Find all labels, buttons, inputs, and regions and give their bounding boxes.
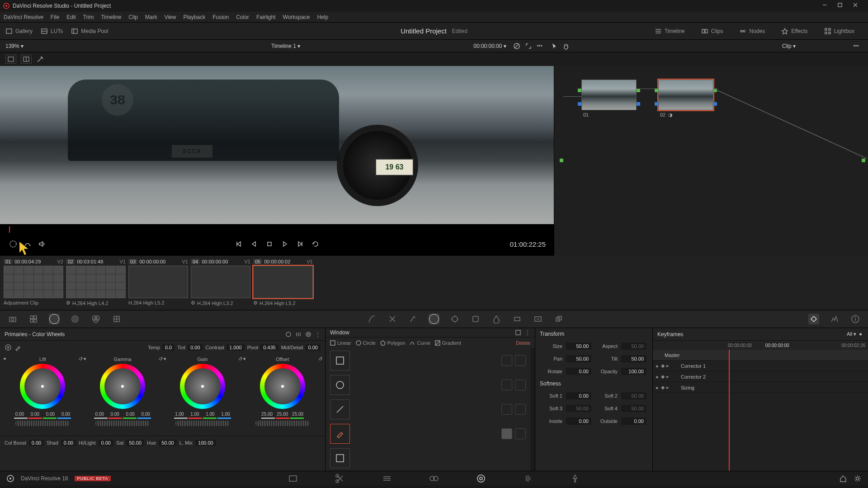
magicmask-icon[interactable] [470,314,481,324]
more-icon[interactable]: ••• [537,43,542,49]
speaker-icon[interactable] [37,239,47,249]
window-gradient-button[interactable]: Gradient [435,340,461,346]
keyframe-track-master[interactable]: Master [665,352,680,358]
curves-icon[interactable] [366,314,377,324]
loop-playback-icon[interactable] [311,239,321,249]
keyframe-playhead[interactable] [729,350,730,471]
window-maximize-button[interactable] [835,1,850,10]
window-circle-button[interactable]: Circle [356,340,376,346]
more-icon[interactable]: ••• [853,43,859,49]
page-edit-icon[interactable] [382,473,392,484]
window-row-circle[interactable] [330,375,526,395]
zoom-value[interactable]: 139% ▾ [5,43,24,49]
menu-item[interactable]: Timeline [101,14,121,20]
play-icon[interactable] [280,239,290,249]
colorchecker-icon[interactable] [28,314,39,324]
mediapool-button[interactable]: Media Pool [71,28,108,35]
color-wheel-offset[interactable]: ✦Offset↺ 25.0025.0025.00 [242,356,322,434]
param-value[interactable]: 50.00 [566,343,591,350]
param-value[interactable]: 50.00 [621,392,646,399]
param-value[interactable]: 0.00 [621,418,646,425]
wheel-mode-icon[interactable] [285,331,292,338]
motion-effects-icon[interactable] [111,314,122,324]
menu-item[interactable]: Workspace [283,14,310,20]
page-color-icon[interactable] [476,473,486,484]
param-value[interactable]: 50.00 [621,355,646,362]
render-icon[interactable] [23,239,33,249]
gallery-button[interactable]: Gallery [5,28,33,35]
singleview-icon[interactable] [5,55,16,64]
window-polygon-button[interactable]: Polygon [380,340,406,346]
window-row-linear[interactable] [330,351,526,371]
window-icon[interactable] [429,314,439,324]
color-wheel-lift[interactable]: ✦Lift↺ 0.000.000.000.00 [3,356,83,434]
3d-icon[interactable] [553,314,564,324]
node-graph[interactable]: 01 02 ◑ [554,66,868,256]
scopes-icon[interactable] [829,314,840,324]
qualifier-icon[interactable] [408,314,419,324]
colorwarper-icon[interactable] [387,314,398,324]
window-row-pen[interactable] [330,424,526,444]
menu-item[interactable]: Playback [183,14,205,20]
more-icon[interactable]: ⋮ [525,329,530,336]
param-value[interactable]: 50.00 [566,405,591,412]
adjust-value[interactable]: 0.00 [61,440,76,446]
menu-item[interactable]: Clip [128,14,138,20]
pointer-icon[interactable] [551,42,558,50]
more-icon[interactable]: ⋮ [315,331,321,338]
picker-icon[interactable] [14,344,22,351]
magicwand-icon[interactable] [36,55,44,63]
page-cut-icon[interactable] [335,473,345,484]
clip-thumb[interactable]: 0300:00:00:00V1 H.264 High L5.2 [128,258,188,305]
menu-item[interactable]: File [51,14,59,20]
keyframe-track[interactable]: Corrector 2 [681,374,706,380]
nodes-button[interactable]: Nodes [739,28,765,35]
camera-raw-icon[interactable] [7,314,18,324]
page-fusion-icon[interactable] [429,473,439,484]
keyframe-track[interactable]: Sizing [681,385,694,390]
menu-item[interactable]: Mark [145,14,157,20]
menu-item[interactable]: Color [236,14,249,20]
keyframe-timeline[interactable]: Master ●◆▸Corrector 1 ●◆▸Corrector 2 ●◆▸… [653,350,868,471]
menu-item[interactable]: Fairlight [256,14,276,20]
param-value[interactable]: 50.00 [621,405,646,412]
info-icon[interactable] [850,314,861,324]
node-02[interactable]: 02 ◑ [658,80,713,118]
splitview-icon[interactable] [21,55,32,64]
clip-thumb[interactable]: 0400:00:00:00V1 ⚙H.264 High L3.2 [191,258,250,306]
clip-dropdown[interactable]: Clip ▾ [782,43,796,49]
log-mode-icon[interactable] [305,331,311,338]
adjust-value[interactable]: 100.00 [195,440,216,446]
param-value[interactable]: 100.00 [621,368,646,375]
clips-button[interactable]: Clips [701,28,723,35]
play-reverse-icon[interactable] [249,239,259,249]
sizing-icon[interactable] [533,314,543,324]
expand-icon[interactable] [525,42,532,50]
window-close-button[interactable] [850,1,865,10]
keyframe-track[interactable]: Corrector 1 [681,363,706,369]
param-value[interactable]: 50.00 [621,343,646,350]
key-icon[interactable] [512,314,523,324]
window-row-gradient[interactable] [330,448,526,468]
page-fairlight-icon[interactable] [523,473,533,484]
effects-button[interactable]: Effects [781,28,807,35]
clip-thumb[interactable]: 0100:00:04:29V2 Adjustment Clip [4,258,63,305]
window-linear-button[interactable]: Linear [330,340,351,346]
adjust-value[interactable]: 50.00 [159,440,177,446]
color-wheel-gamma[interactable]: ✦Gamma↺ 0.000.000.000.00 [83,356,163,434]
param-value[interactable]: 0.00 [566,418,591,425]
preset-icon[interactable] [515,329,521,336]
page-deliver-icon[interactable] [570,473,580,484]
page-media-icon[interactable] [288,473,298,484]
window-minimize-button[interactable] [819,1,835,10]
menu-item[interactable]: Fusion [212,14,229,20]
clip-thumb[interactable]: 0200:03:01:48V1 ⚙H.264 High L4.2 [66,258,126,306]
menu-item[interactable]: Trim [83,14,94,20]
home-icon[interactable] [839,474,847,483]
adjust-value[interactable]: 0.00 [29,440,44,446]
next-clip-icon[interactable] [295,239,305,249]
menu-item[interactable]: Help [317,14,328,20]
window-scrollbar[interactable] [530,348,535,471]
window-curve-button[interactable]: Curve [410,340,430,346]
adjust-value[interactable]: 0.00 [99,440,113,446]
